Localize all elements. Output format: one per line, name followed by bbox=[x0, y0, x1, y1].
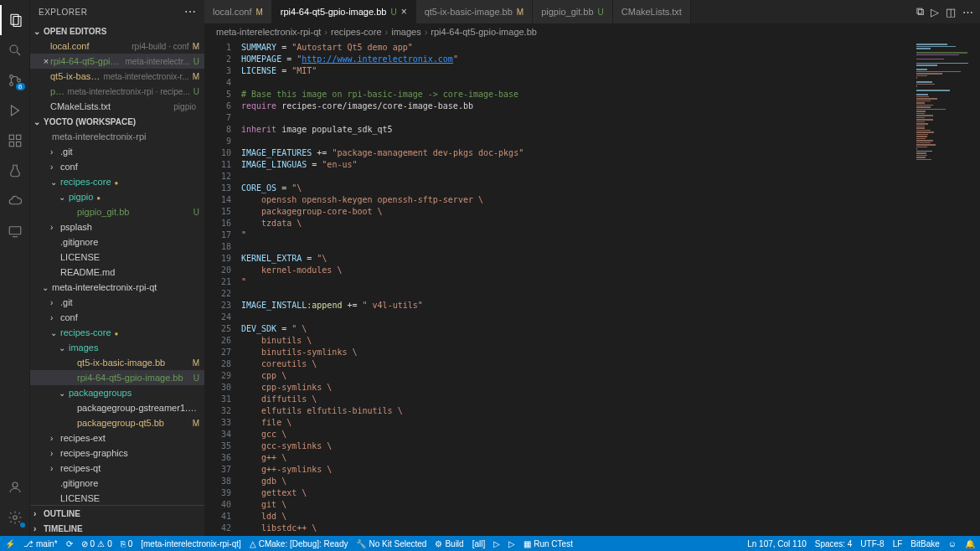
sb-build[interactable]: ⚙ Build bbox=[435, 539, 463, 548]
split-icon[interactable]: ◫ bbox=[946, 6, 956, 18]
open-editor-item[interactable]: qt5-ix-basic-image.bbmeta-interelectroni… bbox=[30, 69, 204, 84]
section-timeline[interactable]: ›TIMELINE bbox=[30, 521, 204, 536]
sb-encoding[interactable]: UTF-8 bbox=[860, 539, 884, 548]
close-icon[interactable]: × bbox=[42, 56, 50, 66]
sidebar-header: EXPLORER ⋯ bbox=[30, 0, 204, 23]
tree-item[interactable]: ›conf bbox=[30, 310, 204, 325]
breadcrumb-segment[interactable]: images bbox=[391, 27, 420, 37]
cloud-icon[interactable] bbox=[0, 186, 30, 216]
chevron-icon: › bbox=[50, 434, 60, 443]
sb-problems[interactable]: ⊘ 0 ⚠ 0 bbox=[81, 539, 112, 548]
open-editor-label: pigpio_git.bb bbox=[50, 86, 64, 96]
tree-item[interactable]: ›conf bbox=[30, 159, 204, 174]
tree-item[interactable]: .gitignore bbox=[30, 476, 204, 491]
sb-feedback-icon[interactable]: ☺ bbox=[948, 539, 957, 548]
tree-item[interactable]: ›recipes-graphics bbox=[30, 445, 204, 461]
accounts-icon[interactable] bbox=[0, 472, 30, 502]
open-editor-badge: U bbox=[190, 87, 199, 96]
remote-icon[interactable] bbox=[0, 216, 30, 246]
open-editor-item[interactable]: local.confrpi4-build · confM bbox=[30, 39, 204, 54]
tab[interactable]: pigpio_git.bbU bbox=[533, 0, 613, 23]
breadcrumbs[interactable]: meta-interelectronix-rpi-qt›recipes-core… bbox=[204, 23, 980, 40]
sb-sync[interactable]: ⟳ bbox=[66, 539, 73, 548]
open-editor-item[interactable]: ×rpi4-64-qt5-gpio-image.bbmeta-interelec… bbox=[30, 54, 204, 69]
breadcrumb-segment[interactable]: rpi4-64-qt5-gpio-image.bb bbox=[431, 27, 537, 37]
sb-eol[interactable]: LF bbox=[893, 539, 903, 548]
sb-spaces[interactable]: Spaces: 4 bbox=[815, 539, 852, 548]
tree-item[interactable]: ›.git bbox=[30, 144, 204, 159]
tree-label: recipes-ext bbox=[60, 433, 199, 443]
testing-icon[interactable] bbox=[0, 156, 30, 186]
sb-target[interactable]: [all] bbox=[472, 539, 486, 548]
open-editor-item[interactable]: CMakeLists.txtpigpio bbox=[30, 99, 204, 114]
tree-label: .git bbox=[60, 297, 199, 307]
sidebar-more-icon[interactable]: ⋯ bbox=[184, 5, 197, 18]
run-icon[interactable]: ▷ bbox=[931, 6, 939, 18]
breadcrumb-segment[interactable]: meta-interelectronix-rpi-qt bbox=[216, 27, 321, 37]
tree-item[interactable]: .gitignore bbox=[30, 234, 204, 250]
section-open-editors[interactable]: ⌄OPEN EDITORS bbox=[30, 23, 204, 39]
tree-item[interactable]: ›.git bbox=[30, 295, 204, 310]
extensions-icon[interactable] bbox=[0, 126, 30, 156]
compare-icon[interactable]: ⧉ bbox=[916, 5, 924, 18]
section-outline[interactable]: ›OUTLINE bbox=[30, 506, 204, 521]
tree-item[interactable]: ⌄recipes-core bbox=[30, 174, 204, 189]
tree-item[interactable]: ›recipes-qt bbox=[30, 461, 204, 476]
tree-label: conf bbox=[60, 312, 199, 322]
run-debug-icon[interactable] bbox=[0, 95, 30, 126]
chevron-icon: ⌄ bbox=[50, 328, 60, 337]
tree-item[interactable]: meta-interelectronix-rpi bbox=[30, 129, 204, 144]
settings-gear-icon[interactable] bbox=[0, 502, 30, 533]
tree-item[interactable]: ⌄packagegroups bbox=[30, 385, 204, 400]
explorer-icon[interactable] bbox=[0, 5, 30, 35]
sb-position[interactable]: Ln 107, Col 110 bbox=[747, 539, 807, 548]
minimap[interactable] bbox=[913, 40, 980, 536]
tree-item[interactable]: ⌄meta-interelectronix-rpi-qt bbox=[30, 280, 204, 295]
more-icon[interactable]: ⋯ bbox=[962, 6, 973, 18]
tree-item[interactable]: packagegroup-qt5.bbM bbox=[30, 415, 204, 430]
tree-item[interactable]: ›recipes-ext bbox=[30, 430, 204, 445]
tree-item[interactable]: LICENSE bbox=[30, 250, 204, 265]
tab[interactable]: rpi4-64-qt5-gpio-image.bbU× bbox=[272, 0, 416, 23]
sb-remote[interactable]: ⚡ bbox=[5, 539, 15, 548]
open-editor-badge: U bbox=[190, 57, 199, 66]
tree-badge: U bbox=[190, 373, 199, 383]
tab-label: pigpio_git.bb bbox=[541, 7, 593, 17]
sb-kit[interactable]: 🔧 No Kit Selected bbox=[356, 539, 426, 548]
section-workspace[interactable]: ⌄YOCTO (WORKSPACE) bbox=[30, 114, 204, 129]
sb-ports[interactable]: ⎘ 0 bbox=[121, 539, 133, 548]
tree-label: LICENSE bbox=[60, 252, 199, 262]
sb-run-ctest[interactable]: ▦ Run CTest bbox=[524, 539, 573, 548]
tab[interactable]: CMakeLists.txt bbox=[613, 0, 691, 23]
open-editor-hint: pigpio bbox=[173, 102, 196, 111]
tab-label: local.conf bbox=[213, 7, 251, 17]
sb-launch[interactable]: ▷ bbox=[508, 539, 515, 548]
tab[interactable]: local.confM bbox=[204, 0, 272, 23]
tree-item[interactable]: rpi4-64-qt5-gpio-image.bbU bbox=[30, 370, 204, 385]
tree-label: psplash bbox=[60, 222, 199, 232]
breadcrumb-segment[interactable]: recipes-core bbox=[331, 27, 382, 37]
tree-item[interactable]: ⌄recipes-core bbox=[30, 325, 204, 340]
tree-item[interactable]: ⌄pigpio bbox=[30, 189, 204, 204]
sb-cmake[interactable]: △ CMake: [Debug]: Ready bbox=[250, 539, 348, 548]
sb-lang[interactable]: BitBake bbox=[910, 539, 939, 548]
sb-bell-icon[interactable]: 🔔 bbox=[965, 539, 975, 548]
tab[interactable]: qt5-ix-basic-image.bbM bbox=[416, 0, 534, 23]
tree-item[interactable]: qt5-ix-basic-image.bbM bbox=[30, 355, 204, 370]
tree-item[interactable]: packagegroup-gstreamer1.0.bb bbox=[30, 400, 204, 415]
open-editor-item[interactable]: pigpio_git.bbmeta-interelectronix-rpi · … bbox=[30, 84, 204, 99]
breadcrumb-sep: › bbox=[425, 27, 428, 37]
open-editor-hint: meta-interelectronix-rpi · recipe... bbox=[68, 87, 190, 96]
tree-item[interactable]: ⌄images bbox=[30, 340, 204, 355]
tree-item[interactable]: ›psplash bbox=[30, 219, 204, 234]
sb-debug-launch[interactable]: ▷ bbox=[493, 539, 500, 548]
sb-branch[interactable]: ⎇ main* bbox=[23, 539, 58, 548]
code-content[interactable]: SUMMARY = "Autostart Qt5 demo app"HOMEPA… bbox=[241, 40, 913, 536]
tree-item[interactable]: README.md bbox=[30, 265, 204, 280]
sb-context[interactable]: [meta-interelectronix-rpi-qt] bbox=[141, 539, 240, 548]
tree-item[interactable]: LICENSE bbox=[30, 491, 204, 505]
close-icon[interactable]: × bbox=[401, 6, 407, 18]
tree-item[interactable]: pigpio_git.bbU bbox=[30, 204, 204, 219]
search-icon[interactable] bbox=[0, 35, 30, 65]
source-control-icon[interactable]: 6 bbox=[0, 65, 30, 95]
